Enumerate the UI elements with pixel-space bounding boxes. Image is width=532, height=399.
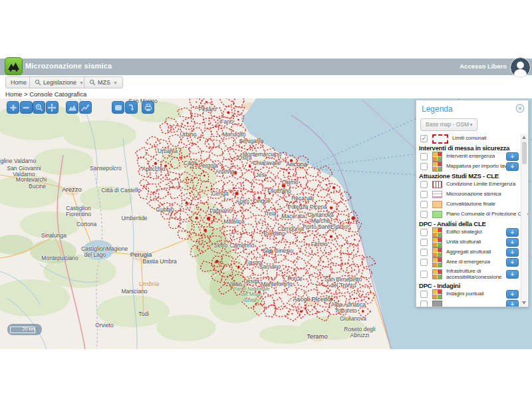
page-title: Microzonazione sismica [25, 62, 112, 70]
layer-checkbox[interactable]: ✓ [420, 135, 428, 142]
layer-checkbox[interactable] [420, 211, 428, 218]
legend-list: ✓Limiti comunaliInterventi di messa in s… [416, 134, 528, 307]
scroll-down-icon[interactable] [522, 301, 526, 305]
quad-swatch [432, 247, 442, 257]
layer-checkbox[interactable] [420, 239, 428, 246]
zoom-box-icon [35, 103, 44, 112]
map-label: Città di Castello [101, 188, 141, 194]
map-label: Figline Valdarno [0, 158, 36, 164]
legend-title: Legenda [422, 104, 453, 114]
line-chart-icon [80, 103, 90, 112]
map-label: Sinalunga [41, 233, 66, 239]
page-button[interactable] [112, 101, 124, 114]
quad-swatch [432, 227, 442, 237]
tab-legislazione-label: Legislazione [43, 79, 76, 86]
map-label: Ancona [286, 161, 307, 168]
layer-checkbox[interactable] [420, 201, 428, 208]
quad-swatch [432, 269, 442, 279]
map-label: Apiro [236, 199, 249, 205]
add-layer-button[interactable]: + [506, 300, 519, 307]
legend-item: Convalidazione finale [416, 200, 528, 209]
map-label: Sarnano [259, 264, 281, 270]
map-label: Filottrano [267, 188, 291, 194]
tab-mzs-label: MZS [98, 79, 110, 86]
map-label: Tolentino [263, 231, 285, 237]
tab-legislazione[interactable]: Legislazione ▼ [29, 76, 89, 88]
basemap-select[interactable]: Base map - OSM ▼ [420, 118, 477, 131]
map-label: Perugia [130, 251, 152, 258]
add-layer-button[interactable]: + [506, 152, 519, 161]
legend-item: Condizione Limite Emergenza [416, 180, 528, 190]
add-layer-button[interactable]: + [506, 228, 519, 237]
scale-bar: 20 km [7, 324, 42, 335]
line-chart-button[interactable] [79, 101, 92, 114]
legend-item: Microzonazione sismica [416, 190, 528, 200]
legend-section-header: DPC - Indagini [416, 281, 528, 289]
legend-item: Edifici strategici+ [416, 227, 528, 237]
stripes-vertical-red-swatch [432, 181, 442, 188]
pan-button[interactable] [46, 101, 59, 114]
add-layer-button[interactable]: + [506, 290, 519, 299]
layer-checkbox[interactable] [420, 291, 428, 298]
legend-item-label: Condizione Limite Emergenza [446, 182, 528, 187]
layer-checkbox[interactable] [420, 229, 428, 236]
map-label: Senigallia [239, 138, 264, 144]
map-label: Camerino [230, 243, 255, 249]
fill-gray-swatch [432, 301, 442, 307]
map-label: Fabriano [209, 208, 232, 214]
scrollbar-thumb[interactable] [522, 142, 527, 164]
map-label: Montemarciano [243, 152, 282, 158]
search-icon [89, 79, 96, 86]
stripes-horizontal-pink-swatch [432, 191, 442, 198]
breadcrumb-home[interactable]: Home [5, 90, 22, 98]
legend-item: Piano Comunale di Protezione Civile [416, 209, 528, 219]
legend-item: Indagini puntuali+ [416, 289, 528, 299]
zoom-out-button[interactable] [20, 101, 33, 114]
print-button[interactable] [142, 101, 154, 114]
map-label: Chiaravalle [253, 160, 281, 166]
chevron-down-icon: ▼ [469, 119, 473, 130]
map-label: Fermo [311, 241, 328, 247]
layer-checkbox[interactable] [420, 249, 428, 256]
layer-checkbox[interactable] [420, 181, 428, 188]
tab-home[interactable]: Home [5, 76, 32, 88]
scroll-up-icon[interactable] [522, 136, 526, 139]
add-layer-button[interactable]: + [506, 258, 519, 267]
app-logo-icon [5, 57, 23, 75]
zoom-out-icon [21, 103, 31, 112]
map-label: Force [287, 276, 302, 282]
legend-section-header: Attuazione Studi MZS - CLE [416, 172, 528, 180]
layer-checkbox[interactable] [420, 259, 428, 266]
area-chart-button[interactable] [66, 101, 78, 114]
layer-checkbox[interactable] [420, 191, 428, 198]
zoom-in-button[interactable] [7, 101, 19, 114]
layer-checkbox[interactable] [420, 163, 428, 170]
map-label: Porto Sant'Elpidio [303, 224, 347, 230]
legend-item: + [416, 299, 528, 307]
layer-checkbox[interactable] [420, 301, 428, 307]
legend-item: ✓Limiti comunali [416, 134, 528, 144]
add-layer-button[interactable]: + [506, 162, 519, 171]
download-button[interactable] [125, 101, 138, 114]
map-label: Pesaro [199, 106, 217, 112]
add-layer-button[interactable]: + [506, 270, 519, 279]
layer-checkbox[interactable] [420, 153, 428, 160]
map-label: Umbertide [121, 215, 147, 221]
map-label: Potenza Picena [287, 204, 327, 210]
zoom-box-button[interactable] [33, 101, 45, 114]
map-label: Jesi [255, 172, 265, 178]
map-label: Macerata [281, 213, 305, 219]
close-icon[interactable] [515, 104, 525, 113]
breadcrumb: Home > Console Catografica [5, 90, 86, 98]
map-label: Ussita [243, 279, 259, 285]
map-label: Arcevia [215, 169, 234, 175]
download-arrow-icon [126, 103, 136, 112]
add-layer-button[interactable]: + [506, 238, 519, 247]
legend-panel: Legenda Base map - OSM ▼ ✓Limiti comunal… [416, 100, 529, 307]
layer-checkbox[interactable] [420, 271, 428, 278]
add-layer-button[interactable]: + [506, 248, 519, 257]
legend-scrollbar[interactable] [521, 134, 527, 307]
tab-mzs[interactable]: MZS ▼ [84, 76, 123, 88]
map-label: Marsciano [121, 289, 147, 295]
user-avatar-icon[interactable] [510, 57, 531, 78]
